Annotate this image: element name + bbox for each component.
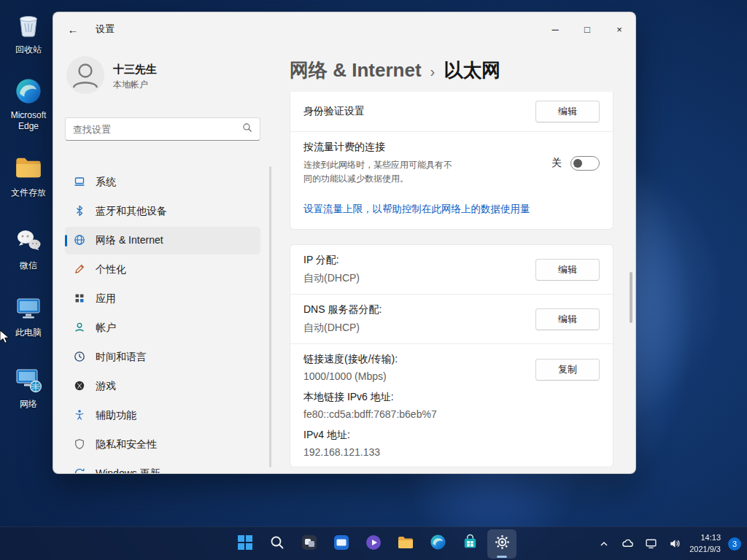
breadcrumb-parent[interactable]: 网络 & Internet <box>290 58 422 83</box>
desktop-icon-label: Microsoft Edge <box>4 110 53 132</box>
chevron-right-icon: › <box>430 63 436 80</box>
onedrive-cloud-icon[interactable] <box>619 536 635 552</box>
edit-ip-button[interactable]: 编辑 <box>535 259 600 281</box>
edge-icon <box>430 534 446 553</box>
desktop-icon-this-pc[interactable]: 此电脑 <box>4 293 53 338</box>
window-body: 十三先生 本地帐户 系统 蓝牙和其他设备 <box>53 46 635 473</box>
task-view-button[interactable] <box>295 529 324 559</box>
bluetooth-icon <box>74 205 85 219</box>
card-ethernet-options: 身份验证设置 编辑 按流量计费的连接 连接到此网络时，某些应用可能具有不同的功能… <box>290 92 614 230</box>
sidebar-item-label: 辅助功能 <box>96 409 136 422</box>
sidebar-item-apps[interactable]: 应用 <box>65 285 260 313</box>
sidebar-item-label: 系统 <box>96 176 116 189</box>
sidebar-item-label: 游戏 <box>96 380 116 393</box>
minimize-button[interactable]: ─ <box>539 12 571 46</box>
edit-auth-button[interactable]: 编辑 <box>535 101 600 122</box>
search-icon <box>242 122 252 136</box>
desktop-icon-label: 文件存放 <box>11 187 46 198</box>
sidebar-item-windows-update[interactable]: Windows 更新 <box>65 460 260 474</box>
close-button[interactable]: × <box>603 12 635 46</box>
desktop-icon-wechat[interactable]: 微信 <box>4 226 53 271</box>
data-limit-link[interactable]: 设置流量上限，以帮助控制在此网络上的数据使用量 <box>303 203 530 216</box>
metered-toggle[interactable] <box>570 156 600 171</box>
sidebar-item-bluetooth-devices[interactable]: 蓝牙和其他设备 <box>65 198 260 225</box>
user-profile[interactable]: 十三先生 本地帐户 <box>66 56 259 97</box>
card-ip-settings: IP 分配: 自动(DHCP) 编辑 DNS 服务器分配: 自动(DHCP) 编… <box>290 244 614 467</box>
network-monitor-icon <box>14 365 43 397</box>
media-player-button[interactable] <box>359 529 388 559</box>
edit-dns-button[interactable]: 编辑 <box>535 308 600 330</box>
sidebar-item-gaming[interactable]: 游戏 <box>65 373 260 400</box>
store-button[interactable] <box>455 529 484 559</box>
gear-icon <box>494 534 511 553</box>
link-details-row: 链接速度(接收/传输): 1000/1000 (Mbps) 本地链接 IPv6 … <box>290 344 613 467</box>
accessibility-icon <box>74 409 85 423</box>
copy-button[interactable]: 复制 <box>535 359 600 381</box>
user-name: 十三先生 <box>113 63 157 77</box>
folder-icon <box>14 153 43 185</box>
file-explorer-button[interactable] <box>391 529 420 559</box>
pinned-app-window-button[interactable] <box>327 529 356 559</box>
edge-icon <box>15 77 42 108</box>
sidebar-scrollbar[interactable] <box>269 166 271 467</box>
taskbar-clock[interactable]: 14:13 2021/9/3 <box>689 532 721 555</box>
sidebar-item-label: 帐户 <box>96 322 116 335</box>
edge-button[interactable] <box>423 529 452 559</box>
folder-icon <box>397 534 414 554</box>
settings-button[interactable] <box>487 529 516 559</box>
account-type: 本地帐户 <box>113 79 157 91</box>
sidebar-item-label: 应用 <box>96 292 116 306</box>
maximize-button[interactable]: □ <box>571 12 603 46</box>
sidebar-item-label: 网络 & Internet <box>96 234 163 247</box>
settings-window: ← 设置 ─ □ × 十三先生 本地帐户 <box>53 12 636 474</box>
start-button[interactable] <box>231 529 260 559</box>
network-tray-icon[interactable] <box>643 536 659 552</box>
settings-nav: 系统 蓝牙和其他设备 网络 & Internet 个性化 应用 <box>65 168 260 474</box>
sidebar-item-accessibility[interactable]: 辅助功能 <box>65 402 260 429</box>
desktop-icon-edge[interactable]: Microsoft Edge <box>4 77 53 132</box>
settings-search[interactable] <box>65 117 260 141</box>
ipv6-label: 本地链接 IPv6 地址: <box>303 391 437 404</box>
desktop-icon-label: 此电脑 <box>15 327 42 338</box>
sidebar-item-time-language[interactable]: 时间和语言 <box>65 343 260 371</box>
ipv6-value: fe80::cd5a:bdff:7687:b6eb%7 <box>303 408 437 420</box>
sidebar-item-personalization[interactable]: 个性化 <box>65 256 260 284</box>
store-bag-icon <box>462 534 479 553</box>
avatar <box>66 56 104 97</box>
clock-date: 2021/9/3 <box>689 544 721 555</box>
chevron-up-icon[interactable] <box>596 536 612 552</box>
sidebar-item-network-internet[interactable]: 网络 & Internet <box>65 227 260 254</box>
search-button[interactable] <box>263 529 292 559</box>
sidebar-item-privacy-security[interactable]: 隐私和安全性 <box>65 431 260 459</box>
metered-title: 按流量计费的连接 <box>303 141 460 154</box>
notification-badge[interactable]: 3 <box>728 537 741 551</box>
toggle-state-label: 关 <box>551 157 562 170</box>
link-speed-label: 链接速度(接收/传输): <box>303 353 437 366</box>
sidebar-item-accounts[interactable]: 帐户 <box>65 314 260 342</box>
desktop-icon-recycle-bin[interactable]: 回收站 <box>4 10 53 55</box>
back-button[interactable]: ← <box>61 17 85 42</box>
desktop-icon-label: 微信 <box>20 260 37 271</box>
shield-icon <box>74 438 85 452</box>
desktop-icon-network[interactable]: 网络 <box>4 365 53 410</box>
search-input[interactable] <box>73 124 242 135</box>
sidebar-item-label: Windows 更新 <box>96 467 160 474</box>
titlebar: ← 设置 ─ □ × <box>53 12 635 46</box>
sidebar-item-system[interactable]: 系统 <box>65 168 260 196</box>
dns-assignment-label: DNS 服务器分配: <box>303 303 382 316</box>
dns-assignment-row: DNS 服务器分配: 自动(DHCP) 编辑 <box>290 295 613 343</box>
globe-icon <box>74 234 85 248</box>
settings-content: 网络 & Internet › 以太网 身份验证设置 编辑 按流量计费的连接 连… <box>272 46 635 473</box>
page-title: 以太网 <box>444 58 500 83</box>
metered-connection-row: 按流量计费的连接 连接到此网络时，某些应用可能具有不同的功能以减少数据使用。 关 <box>290 132 613 194</box>
ip-assignment-label: IP 分配: <box>303 254 360 267</box>
data-limit-row: 设置流量上限，以帮助控制在此网络上的数据使用量 <box>290 194 613 229</box>
desktop-icon-file-storage[interactable]: 文件存放 <box>4 153 53 198</box>
laptop-icon <box>74 176 85 190</box>
taskbar-center <box>231 527 516 560</box>
monitor-icon <box>14 293 43 325</box>
settings-page-scroll: 身份验证设置 编辑 按流量计费的连接 连接到此网络时，某些应用可能具有不同的功能… <box>290 92 614 473</box>
content-scrollbar[interactable] <box>630 272 632 323</box>
volume-icon[interactable] <box>666 536 682 552</box>
sidebar-item-label: 时间和语言 <box>96 351 147 364</box>
